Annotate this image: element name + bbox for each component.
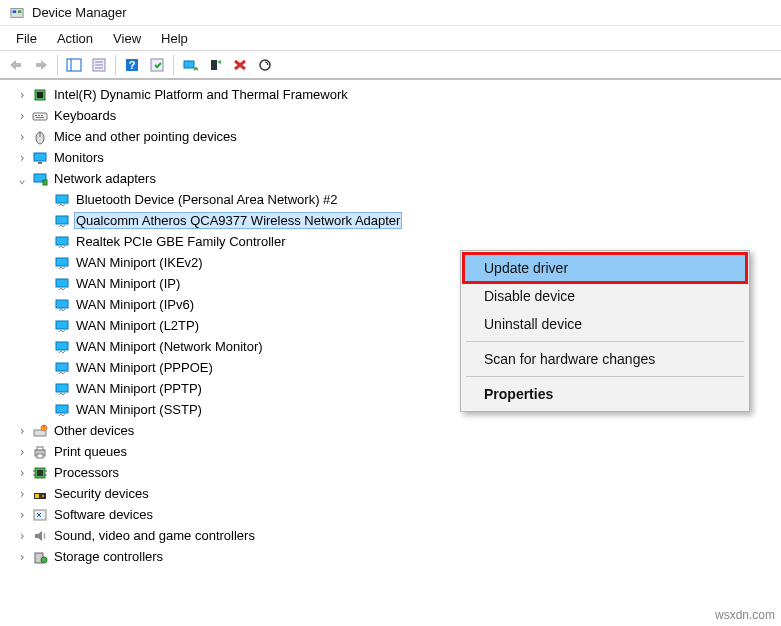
menu-separator (466, 341, 744, 342)
expand-icon[interactable]: › (16, 151, 28, 165)
net-icon (54, 192, 70, 208)
expand-icon[interactable]: › (16, 130, 28, 144)
net-icon (54, 276, 70, 292)
tree-item-label: Print queues (52, 443, 129, 460)
show-hide-console-button[interactable] (62, 54, 86, 76)
monitor-icon (32, 150, 48, 166)
expand-icon[interactable]: › (16, 109, 28, 123)
tree-item-label: Software devices (52, 506, 155, 523)
tree-item[interactable]: ›Storage controllers (4, 546, 777, 567)
svg-rect-47 (211, 60, 217, 70)
enable-device-button[interactable] (203, 54, 227, 76)
menu-action[interactable]: Action (47, 29, 103, 48)
app-icon (10, 6, 24, 20)
properties-button[interactable] (87, 54, 111, 76)
context-menu-item[interactable]: Disable device (464, 282, 746, 310)
tree-item-label: Processors (52, 464, 121, 481)
action-button[interactable] (145, 54, 169, 76)
tree-item-label: Network adapters (52, 170, 158, 187)
tree-item[interactable]: ›Intel(R) Dynamic Platform and Thermal F… (4, 84, 777, 105)
tree-item[interactable]: ›Keyboards (4, 105, 777, 126)
tree-item[interactable]: Qualcomm Atheros QCA9377 Wireless Networ… (4, 210, 777, 231)
net-icon (54, 381, 70, 397)
uninstall-button[interactable] (228, 54, 252, 76)
tree-item-label: WAN Miniport (L2TP) (74, 317, 201, 334)
tree-item[interactable]: ›Sound, video and game controllers (4, 525, 777, 546)
separator (57, 55, 58, 75)
tree-item-label: Mice and other pointing devices (52, 128, 239, 145)
net-icon (54, 318, 70, 334)
tree-item-label: Qualcomm Atheros QCA9377 Wireless Networ… (74, 212, 402, 229)
tree-item-label: WAN Miniport (PPTP) (74, 380, 204, 397)
menu-file[interactable]: File (6, 29, 47, 48)
tree-item[interactable]: ›Security devices (4, 483, 777, 504)
tree-item-label: WAN Miniport (IKEv2) (74, 254, 205, 271)
context-menu-item[interactable]: Update driver (464, 254, 746, 282)
window-title: Device Manager (32, 5, 127, 20)
expand-icon[interactable]: › (16, 88, 28, 102)
back-button[interactable] (4, 54, 28, 76)
security-icon (32, 486, 48, 502)
expand-icon[interactable]: › (16, 487, 28, 501)
net-icon (54, 360, 70, 376)
tree-item-label: Bluetooth Device (Personal Area Network)… (74, 191, 340, 208)
tree-item[interactable]: ›Processors (4, 462, 777, 483)
context-menu-item[interactable]: Uninstall device (464, 310, 746, 338)
svg-text:?: ? (129, 59, 136, 71)
help-button[interactable]: ? (120, 54, 144, 76)
tree-item[interactable]: Realtek PCIe GBE Family Controller (4, 231, 777, 252)
tree-item[interactable]: ›Mice and other pointing devices (4, 126, 777, 147)
separator (173, 55, 174, 75)
tree-item-label: Keyboards (52, 107, 118, 124)
tree-item-label: WAN Miniport (PPPOE) (74, 359, 215, 376)
net-icon (54, 255, 70, 271)
tree-item[interactable]: ›Monitors (4, 147, 777, 168)
tree-item-label: Intel(R) Dynamic Platform and Thermal Fr… (52, 86, 350, 103)
context-menu-item[interactable]: Properties (464, 380, 746, 408)
expand-icon[interactable]: › (16, 529, 28, 543)
tree-item-label: WAN Miniport (IPv6) (74, 296, 196, 313)
net-icon (54, 339, 70, 355)
tree-item-label: Sound, video and game controllers (52, 527, 257, 544)
net-icon (54, 234, 70, 250)
update-driver-button[interactable] (178, 54, 202, 76)
net-icon (54, 402, 70, 418)
watermark: wsxdn.com (715, 608, 775, 622)
collapse-icon[interactable]: ⌄ (16, 172, 28, 186)
context-menu-item[interactable]: Scan for hardware changes (464, 345, 746, 373)
svg-rect-46 (184, 61, 194, 68)
net-icon (54, 213, 70, 229)
tree-item[interactable]: ›Other devices (4, 420, 777, 441)
tree-item[interactable]: Bluetooth Device (Personal Area Network)… (4, 189, 777, 210)
tree-item[interactable]: ⌄Network adapters (4, 168, 777, 189)
svg-rect-33 (13, 10, 17, 13)
tree-item-label: Storage controllers (52, 548, 165, 565)
cpu-icon (32, 465, 48, 481)
separator (115, 55, 116, 75)
keyboard-icon (32, 108, 48, 124)
forward-button[interactable] (29, 54, 53, 76)
expand-icon[interactable]: › (16, 550, 28, 564)
expand-icon[interactable]: › (16, 466, 28, 480)
menu-help[interactable]: Help (151, 29, 198, 48)
context-menu: Update driverDisable deviceUninstall dev… (460, 250, 750, 412)
expand-icon[interactable]: › (16, 424, 28, 438)
menu-view[interactable]: View (103, 29, 151, 48)
expand-icon[interactable]: › (16, 508, 28, 522)
scan-hardware-button[interactable] (253, 54, 277, 76)
svg-rect-36 (36, 63, 41, 67)
svg-rect-45 (151, 59, 163, 71)
tree-item[interactable]: ›Print queues (4, 441, 777, 462)
svg-rect-37 (67, 59, 81, 71)
storage-icon (32, 549, 48, 565)
other-icon (32, 423, 48, 439)
expand-icon[interactable]: › (16, 445, 28, 459)
menubar: File Action View Help (0, 26, 781, 50)
tree-item-label: Monitors (52, 149, 106, 166)
titlebar: Device Manager (0, 0, 781, 26)
tree-item-label: Realtek PCIe GBE Family Controller (74, 233, 288, 250)
printer-icon (32, 444, 48, 460)
tree-item[interactable]: ›Software devices (4, 504, 777, 525)
tree-item-label: WAN Miniport (SSTP) (74, 401, 204, 418)
netadapter-icon (32, 171, 48, 187)
